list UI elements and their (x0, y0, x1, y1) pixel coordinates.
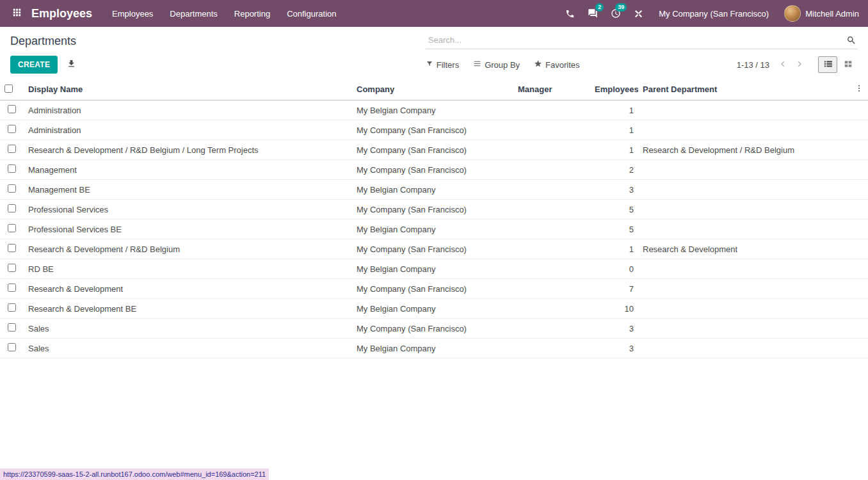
cell-company: My Belgian Company (352, 339, 513, 358)
cell-options (850, 140, 868, 160)
group-by-button[interactable]: Group By (473, 60, 520, 70)
menu-reporting[interactable]: Reporting (226, 0, 278, 27)
cell-manager (513, 160, 590, 180)
cell-display-name: Professional Services (24, 200, 352, 220)
table-row[interactable]: Research & DevelopmentMy Company (San Fr… (0, 279, 868, 299)
support-tools-button[interactable] (627, 0, 650, 27)
app-menu: Employees Departments Reporting Configur… (104, 0, 344, 27)
row-checkbox[interactable] (8, 244, 16, 252)
activities-button[interactable]: 39 (604, 0, 627, 27)
table-row[interactable]: Management BEMy Belgian Company3 (0, 180, 868, 200)
cell-employees: 2 (590, 160, 638, 180)
favorites-label: Favorites (545, 60, 579, 70)
table-row[interactable]: AdministrationMy Company (San Francisco)… (0, 120, 868, 140)
cell-options (850, 200, 868, 220)
search-options: Filters Group By Favorites (426, 60, 580, 70)
menu-employees[interactable]: Employees (104, 0, 161, 27)
cell-employees: 5 (590, 200, 638, 220)
breadcrumb: Departments (10, 35, 426, 49)
table-row[interactable]: Professional Services BEMy Belgian Compa… (0, 220, 868, 239)
table-row[interactable]: Professional ServicesMy Company (San Fra… (0, 200, 868, 220)
company-switcher[interactable]: My Company (San Francisco) (650, 9, 778, 19)
row-checkbox[interactable] (8, 224, 16, 232)
cell-company: My Company (San Francisco) (352, 239, 513, 259)
row-checkbox[interactable] (8, 184, 16, 193)
table-row[interactable]: Research & Development BEMy Belgian Comp… (0, 299, 868, 319)
column-header-parent-department[interactable]: Parent Department (638, 79, 850, 100)
row-checkbox-cell (0, 120, 24, 140)
select-all-checkbox[interactable] (4, 84, 13, 93)
cell-company: My Belgian Company (352, 220, 513, 239)
list-view-button[interactable] (818, 56, 837, 73)
column-header-employees[interactable]: Employees (590, 79, 638, 100)
cell-employees: 3 (590, 319, 638, 339)
row-checkbox[interactable] (8, 303, 16, 312)
cell-options (850, 279, 868, 299)
row-checkbox[interactable] (8, 204, 16, 212)
messages-button[interactable]: 2 (581, 0, 604, 27)
breadcrumb-search-row: Departments (0, 27, 868, 49)
cell-parent-department (638, 339, 850, 358)
menu-configuration[interactable]: Configuration (278, 0, 344, 27)
table-row[interactable]: ManagementMy Company (San Francisco)2 (0, 160, 868, 180)
apps-menu-button[interactable] (5, 0, 29, 27)
table-row[interactable]: SalesMy Belgian Company3 (0, 339, 868, 358)
row-checkbox-cell (0, 259, 24, 279)
table-row[interactable]: Research & Development / R&D BelgiumMy C… (0, 239, 868, 259)
table-row[interactable]: SalesMy Company (San Francisco)3 (0, 319, 868, 339)
create-button[interactable]: CREATE (10, 56, 58, 74)
cell-company: My Belgian Company (352, 180, 513, 200)
column-header-manager[interactable]: Manager (513, 79, 590, 100)
optional-columns-cell (850, 79, 868, 100)
cell-options (850, 160, 868, 180)
top-navbar: Employees Employees Departments Reportin… (0, 0, 868, 27)
row-checkbox-cell (0, 299, 24, 319)
cell-company: My Company (San Francisco) (352, 140, 513, 160)
cell-manager (513, 259, 590, 279)
row-checkbox-cell (0, 319, 24, 339)
statusbar-url: https://23370599-saas-15-2-all.runbot167… (0, 468, 269, 480)
cell-manager (513, 200, 590, 220)
cell-options (850, 120, 868, 140)
export-button[interactable] (65, 58, 77, 72)
table-row[interactable]: Research & Development / R&D Belgium / L… (0, 140, 868, 160)
search-input[interactable] (427, 35, 846, 45)
tools-icon (634, 9, 643, 19)
favorites-button[interactable]: Favorites (534, 60, 579, 70)
voip-button[interactable] (559, 0, 581, 27)
column-header-display-name[interactable]: Display Name (24, 79, 352, 100)
optional-columns-icon[interactable] (855, 84, 864, 93)
cell-company: My Company (San Francisco) (352, 120, 513, 140)
filters-button[interactable]: Filters (426, 60, 459, 70)
table-row[interactable]: RD BEMy Belgian Company0 (0, 259, 868, 279)
row-checkbox-cell (0, 220, 24, 239)
messages-badge: 2 (595, 3, 604, 12)
column-header-company[interactable]: Company (352, 79, 513, 100)
kanban-view-button[interactable] (839, 56, 858, 73)
user-menu[interactable]: Mitchell Admin (778, 5, 862, 22)
row-checkbox[interactable] (8, 105, 16, 113)
cell-display-name: Research & Development / R&D Belgium / L… (24, 140, 352, 160)
table-body: AdministrationMy Belgian Company1Adminis… (0, 100, 868, 358)
pager-previous-button[interactable] (776, 57, 790, 73)
menu-departments[interactable]: Departments (161, 0, 225, 27)
search-icon[interactable] (846, 35, 856, 45)
cell-employees: 7 (590, 279, 638, 299)
table-row[interactable]: AdministrationMy Belgian Company1 (0, 100, 868, 120)
row-checkbox[interactable] (8, 264, 16, 272)
row-checkbox[interactable] (8, 125, 16, 133)
cell-display-name: Management BE (24, 180, 352, 200)
row-checkbox[interactable] (8, 343, 16, 351)
avatar (784, 5, 801, 22)
row-checkbox[interactable] (8, 284, 16, 292)
cell-company: My Company (San Francisco) (352, 200, 513, 220)
row-checkbox[interactable] (8, 323, 16, 332)
cell-display-name: Research & Development (24, 279, 352, 299)
row-checkbox[interactable] (8, 164, 16, 173)
list-view-icon (823, 58, 833, 71)
cell-employees: 0 (590, 259, 638, 279)
cell-parent-department (638, 220, 850, 239)
pager-next-button[interactable] (792, 57, 807, 73)
row-checkbox-cell (0, 279, 24, 299)
row-checkbox[interactable] (8, 145, 16, 153)
